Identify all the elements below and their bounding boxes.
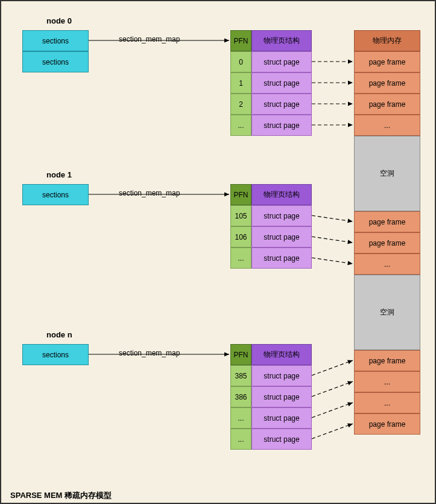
- table0-pfn-3: ...: [230, 115, 251, 136]
- svg-line-13: [312, 424, 353, 439]
- table2-pfn-3: ...: [230, 429, 251, 450]
- table2-struct-2: struct page: [251, 407, 312, 429]
- node0-arrow-label: section_mem_map: [119, 35, 180, 43]
- mem-0: page frame: [354, 51, 420, 72]
- node0-sections-0: sections: [22, 30, 89, 51]
- svg-line-7: [312, 215, 353, 222]
- mem-10: ...: [354, 371, 420, 392]
- table0-pfn-0: 0: [230, 51, 251, 72]
- svg-line-12: [312, 403, 353, 418]
- node0-sections-1: sections: [22, 51, 89, 72]
- node0-label: node 0: [46, 16, 72, 25]
- mem-4-hole: 空洞: [354, 136, 420, 211]
- mem-2: page frame: [354, 94, 420, 115]
- svg-line-10: [312, 360, 353, 375]
- table1-struct-0: struct page: [251, 205, 312, 226]
- table0-pfn-1: 1: [230, 72, 251, 94]
- table0-struct-2: struct page: [251, 94, 312, 115]
- diagram-caption: SPARSE MEM 稀疏内存模型: [10, 490, 112, 501]
- table1-struct-2: struct page: [251, 247, 312, 269]
- table1-pfn-2: ...: [230, 247, 251, 269]
- table0-struct-0: struct page: [251, 51, 312, 72]
- node1-label: node 1: [46, 170, 72, 179]
- mem-8-hole: 空洞: [354, 275, 420, 350]
- table1-pfn-0: 105: [230, 205, 251, 226]
- svg-line-9: [312, 258, 353, 264]
- table1-pfn-header: PFN: [230, 184, 251, 205]
- noden-sections-0: sections: [22, 344, 89, 365]
- noden-arrow-label: section_mem_map: [119, 349, 180, 357]
- table1-struct-header: 物理页结构: [251, 184, 312, 205]
- table1-pfn-1: 106: [230, 226, 251, 247]
- svg-line-11: [312, 381, 353, 397]
- mem-3: ...: [354, 115, 420, 136]
- table1-struct-1: struct page: [251, 226, 312, 247]
- node1-arrow-label: section_mem_map: [119, 189, 180, 197]
- mem-9: page frame: [354, 350, 420, 371]
- mem-5: page frame: [354, 211, 420, 232]
- svg-line-8: [312, 237, 353, 243]
- mem-6: page frame: [354, 232, 420, 254]
- table2-pfn-1: 386: [230, 386, 251, 407]
- node1-sections-0: sections: [22, 184, 89, 205]
- table0-pfn-2: 2: [230, 94, 251, 115]
- table2-struct-1: struct page: [251, 386, 312, 407]
- table2-pfn-2: ...: [230, 407, 251, 429]
- table2-struct-header: 物理页结构: [251, 344, 312, 365]
- table0-struct-3: struct page: [251, 115, 312, 136]
- mem-7: ...: [354, 254, 420, 275]
- table0-struct-1: struct page: [251, 72, 312, 94]
- mem-header: 物理内存: [354, 30, 420, 51]
- table0-struct-header: 物理页结构: [251, 30, 312, 51]
- mem-1: page frame: [354, 72, 420, 94]
- table2-struct-3: struct page: [251, 429, 312, 450]
- table2-struct-0: struct page: [251, 365, 312, 386]
- table2-pfn-0: 385: [230, 365, 251, 386]
- table2-pfn-header: PFN: [230, 344, 251, 365]
- noden-label: node n: [46, 330, 72, 339]
- diagram-canvas: node 0 sections sections section_mem_map…: [0, 0, 436, 504]
- mem-11: ...: [354, 392, 420, 413]
- mem-12: page frame: [354, 413, 420, 435]
- table0-pfn-header: PFN: [230, 30, 251, 51]
